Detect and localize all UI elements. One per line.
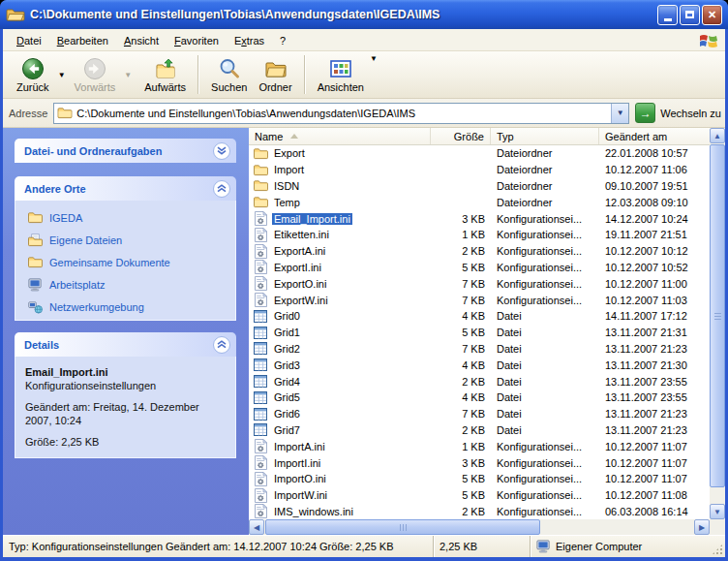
other-places-header[interactable]: Andere Orte	[15, 176, 236, 201]
file-size-cell: 4 KB	[431, 391, 491, 403]
menu-item-?[interactable]: ?	[272, 32, 293, 49]
menu-item-ansicht[interactable]: Ansicht	[116, 32, 167, 49]
go-label: Wechseln zu	[660, 108, 721, 119]
sidebar-item-label: Netzwerkumgebung	[49, 301, 144, 313]
scroll-left-button[interactable]: ◀	[249, 519, 264, 535]
table-row[interactable]: ExportDateiordner22.01.2008 10:57	[249, 145, 710, 162]
menu-item-datei[interactable]: Datei	[9, 32, 49, 49]
folders-label: Ordner	[258, 81, 291, 93]
go-button[interactable]: → Wechseln zu	[635, 103, 721, 123]
scroll-right-button[interactable]: ▶	[694, 519, 710, 535]
file-type-cell: Konfigurationsei...	[491, 473, 599, 484]
table-row[interactable]: Grid15 KBDatei13.11.2007 21:31	[249, 325, 710, 341]
sidebar-item-gemeinsame-dokumente[interactable]: Gemeinsame Dokumente	[15, 251, 235, 273]
details-panel: Details Email_Import.ini Konfigurationse…	[15, 332, 236, 458]
file-size-cell: 4 KB	[431, 310, 491, 322]
column-header-type[interactable]: Typ	[491, 128, 599, 144]
table-row[interactable]: ImportI.ini3 KBKonfigurationsei...10.12.…	[249, 454, 710, 471]
file-type-cell: Konfigurationsei...	[491, 506, 599, 517]
views-dropdown[interactable]: ▼	[370, 54, 378, 63]
ini-icon	[253, 228, 268, 242]
table-row[interactable]: Grid34 KBDatei13.11.2007 21:30	[249, 357, 710, 373]
table-row[interactable]: ExportI.ini5 KBKonfigurationsei...10.12.…	[249, 260, 710, 276]
file-modified-cell: 13.11.2007 23:55	[599, 391, 710, 403]
file-modified-cell: 14.11.2007 17:12	[599, 310, 710, 322]
forward-button[interactable]: Vorwärts	[69, 52, 122, 97]
views-icon	[329, 57, 352, 80]
sidebar-item-arbeitsplatz[interactable]: Arbeitsplatz	[15, 273, 235, 296]
toolbar: Zurück ▼ Vorwärts ▼ Aufwärts	[3, 51, 725, 99]
sidebar-item-igeda[interactable]: IGEDA	[15, 206, 235, 229]
table-row[interactable]: TempDateiordner12.03.2008 09:10	[249, 194, 710, 210]
details-filetype: Konfigurationseinstellungen	[25, 379, 226, 392]
horizontal-scroll-thumb[interactable]	[265, 519, 540, 535]
chevron-up-icon[interactable]	[213, 336, 230, 354]
back-button[interactable]: Zurück	[11, 52, 55, 97]
column-header-name[interactable]: Name	[249, 128, 431, 144]
table-row[interactable]: Email_Import.ini3 KBKonfigurationsei...1…	[249, 210, 710, 227]
back-dropdown[interactable]: ▼	[55, 71, 69, 79]
file-modified-cell: 22.01.2008 10:57	[599, 147, 710, 159]
table-row[interactable]: ISDNDateiordner09.10.2007 19:51	[249, 178, 710, 195]
vertical-scrollbar[interactable]: ▲ ▼	[710, 128, 725, 519]
file-size-cell: 4 KB	[431, 359, 491, 371]
scroll-up-button[interactable]: ▲	[710, 128, 725, 143]
sidebar-item-eigene-dateien[interactable]: Eigene Dateien	[15, 229, 235, 251]
table-row[interactable]: Grid04 KBDatei14.11.2007 17:12	[249, 308, 710, 325]
file-name-cell: Export	[249, 146, 431, 161]
table-row[interactable]: ExportA.ini2 KBKonfigurationsei...10.12.…	[249, 243, 710, 260]
table-row[interactable]: Grid42 KBDatei13.11.2007 23:55	[249, 373, 710, 390]
file-tasks-panel: Datei- und Ordneraufgaben	[15, 139, 236, 163]
scroll-down-button[interactable]: ▼	[710, 504, 725, 519]
table-row[interactable]: ImportW.ini5 KBKonfigurationsei...10.12.…	[249, 487, 710, 504]
file-size-cell: 2 KB	[431, 376, 491, 388]
file-name-label: Grid6	[272, 408, 302, 420]
table-row[interactable]: Etiketten.ini1 KBKonfigurationsei...19.1…	[249, 227, 710, 243]
folder-icon	[27, 210, 43, 225]
sidebar-item-netzwerkumgebung[interactable]: Netzwerkumgebung	[15, 296, 235, 318]
address-bar: Adresse C:\Dokumente und Einstellungen\T…	[3, 99, 725, 128]
search-button[interactable]: Suchen	[205, 52, 253, 97]
table-row[interactable]: Grid27 KBDatei13.11.2007 21:23	[249, 341, 710, 358]
file-name-cell: IMS_windows.ini	[249, 504, 431, 518]
forward-dropdown[interactable]: ▼	[121, 71, 135, 79]
column-header-size[interactable]: Größe	[431, 128, 491, 144]
file-tasks-header[interactable]: Datei- und Ordneraufgaben	[15, 139, 236, 163]
table-row[interactable]: Grid67 KBDatei13.11.2007 21:23	[249, 406, 710, 422]
up-button[interactable]: Aufwärts	[138, 52, 192, 97]
folders-button[interactable]: Ordner	[253, 52, 297, 97]
menu-item-bearbeiten[interactable]: Bearbeiten	[49, 32, 116, 49]
address-dropdown[interactable]: ▼	[611, 104, 628, 123]
vertical-scroll-thumb[interactable]	[710, 144, 725, 487]
horizontal-scrollbar[interactable]: ◀ ▶	[249, 519, 710, 535]
menu-item-favoriten[interactable]: Favoriten	[167, 32, 227, 49]
file-type-cell: Konfigurationsei...	[491, 245, 599, 257]
table-row[interactable]: Grid54 KBDatei13.11.2007 23:55	[249, 390, 710, 406]
grid-icon	[253, 341, 268, 356]
table-row[interactable]: ImportDateiordner10.12.2007 11:06	[249, 162, 710, 178]
details-header[interactable]: Details	[15, 332, 236, 357]
table-row[interactable]: ImportO.ini5 KBKonfigurationsei...10.12.…	[249, 471, 710, 487]
address-input[interactable]: C:\Dokumente und Einstellungen\Tobias\An…	[53, 103, 629, 124]
table-row[interactable]: ExportW.ini7 KBKonfigurationsei...10.12.…	[249, 292, 710, 308]
ini-icon	[253, 488, 268, 503]
file-name-cell: Grid5	[249, 390, 431, 405]
status-info: Typ: Konfigurationseinstellungen Geänder…	[3, 536, 433, 557]
grid-icon	[253, 407, 268, 421]
table-row[interactable]: IMS_windows.ini2 KBKonfigurationsei...06…	[249, 504, 710, 519]
file-type-cell: Konfigurationsei...	[491, 489, 599, 501]
chevron-down-icon[interactable]	[213, 142, 230, 160]
menu-item-extras[interactable]: Extras	[227, 32, 272, 49]
forward-label: Vorwärts	[75, 81, 116, 93]
file-name-label: Grid2	[272, 343, 302, 355]
column-header-modified[interactable]: Geändert am	[599, 128, 710, 144]
maximize-button[interactable]	[680, 5, 700, 25]
close-button[interactable]: ✕	[702, 5, 722, 25]
views-button[interactable]: Ansichten	[312, 52, 370, 97]
table-row[interactable]: Grid72 KBDatei13.11.2007 21:23	[249, 422, 710, 439]
chevron-up-icon[interactable]	[213, 180, 230, 198]
table-row[interactable]: ImportA.ini1 KBKonfigurationsei...10.12.…	[249, 438, 710, 454]
file-modified-cell: 19.11.2007 21:51	[599, 229, 710, 240]
minimize-button[interactable]	[657, 5, 678, 25]
table-row[interactable]: ExportO.ini7 KBKonfigurationsei...10.12.…	[249, 275, 710, 292]
